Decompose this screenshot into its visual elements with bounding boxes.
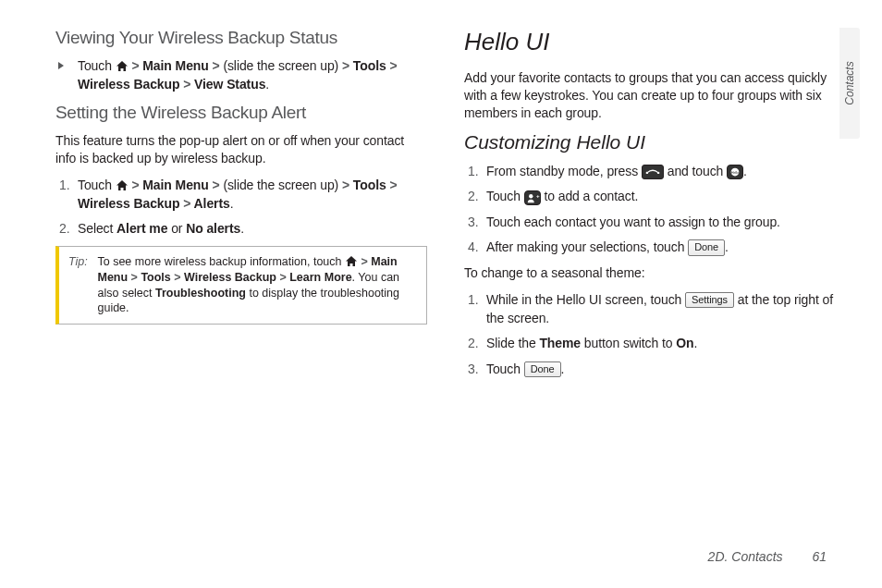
para-hello-ui: Add your favorite contacts to groups tha… (464, 69, 836, 122)
call-key-icon (642, 165, 664, 179)
para-backup-alert: This feature turns the pop-up alert on o… (55, 132, 427, 167)
tip-box: Tip: To see more wireless backup informa… (55, 246, 427, 325)
custom-step-3: Touch each contact you want to assign to… (486, 214, 836, 232)
steps-theme: While in the Hello UI screen, touch Sett… (464, 291, 836, 378)
home-icon (116, 60, 129, 72)
hello-icon: Hello (727, 165, 743, 179)
heading-viewing-backup-status: Viewing Your Wireless Backup Status (55, 28, 427, 48)
custom-step-1: From standby mode, press and touch Hello… (486, 163, 836, 181)
heading-hello-ui: Hello UI (464, 28, 836, 56)
custom-step-2: Touch + to add a contact. (486, 188, 836, 206)
steps-backup-alert: Touch > Main Menu > (slide the screen up… (55, 177, 427, 239)
svg-point-4 (529, 194, 533, 198)
home-icon (116, 179, 129, 191)
bullet-view-status: Touch > Main Menu > (slide the screen up… (55, 57, 427, 93)
tip-label: Tip: (68, 254, 94, 270)
para-seasonal-theme: To change to a seasonal theme: (464, 264, 836, 282)
theme-step-1: While in the Hello UI screen, touch Sett… (486, 291, 836, 327)
side-tab-label: Contacts (843, 61, 856, 104)
home-icon (345, 255, 358, 267)
side-tab-contacts: Contacts (839, 28, 860, 139)
right-column: Hello UI Add your favorite contacts to g… (464, 28, 836, 386)
footer-section: 2D. Contacts (708, 549, 783, 564)
done-button-label: Done (688, 239, 725, 255)
page-footer: 2D. Contacts 61 (708, 549, 827, 564)
left-column: Viewing Your Wireless Backup Status Touc… (55, 28, 427, 386)
step-2: Select Alert me or No alerts. (78, 220, 427, 239)
heading-customizing-hello-ui: Customizing Hello UI (464, 131, 836, 153)
svg-text:Hello: Hello (731, 170, 740, 175)
steps-customizing: From standby mode, press and touch Hello… (464, 163, 836, 257)
theme-step-2: Slide the Theme button switch to On. (486, 335, 836, 353)
add-contact-icon: + (524, 190, 541, 205)
theme-step-3: Touch Done. (486, 361, 836, 379)
svg-point-0 (646, 172, 648, 174)
settings-button-label: Settings (685, 292, 734, 308)
heading-setting-backup-alert: Setting the Wireless Backup Alert (55, 103, 427, 123)
footer-page-number: 61 (812, 549, 827, 564)
tip-body: To see more wireless backup information,… (97, 254, 416, 317)
step-1: Touch > Main Menu > (slide the screen up… (78, 177, 427, 213)
svg-text:+: + (536, 192, 540, 199)
done-button-label: Done (524, 361, 561, 377)
svg-point-1 (657, 172, 659, 174)
custom-step-4: After making your selections, touch Done… (486, 239, 836, 257)
